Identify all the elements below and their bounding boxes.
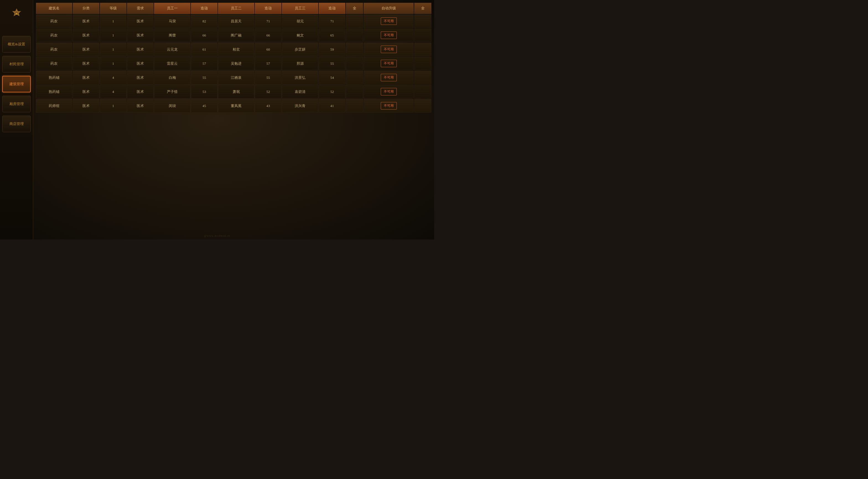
worker1: 严子惜 (154, 85, 190, 98)
auto-upgrade-cell[interactable]: 不可用 (364, 85, 414, 98)
col-header-level: 等级 (100, 3, 126, 14)
sidebar-btn-shop[interactable]: 商店管理 (2, 116, 31, 132)
select-all[interactable] (346, 57, 363, 70)
worker2: 阁广融 (218, 29, 254, 42)
sidebar-btn-overview[interactable]: 概览&设置 (2, 36, 31, 53)
level: 1 (100, 57, 126, 70)
game-logo (8, 5, 25, 22)
auto-upgrade-cell[interactable]: 不可用 (364, 42, 414, 56)
requirement: 医术 (127, 85, 154, 98)
col-header-building: 建筑名 (36, 3, 72, 14)
worker3: 洪兴青 (282, 99, 318, 113)
col-header-requirement: 需求 (127, 3, 154, 14)
building-name: 熟药铺 (36, 85, 72, 98)
auto-upgrade-btn[interactable]: 不可用 (381, 74, 397, 81)
sidebar-nav: 概览&设置村民管理建筑管理厢房管理商店管理 (0, 36, 33, 132)
auto-upgrade-cell[interactable]: 不可用 (364, 29, 414, 42)
worker2: 吴勉进 (218, 57, 254, 70)
auto-upgrade-btn[interactable]: 不可用 (381, 60, 397, 67)
craft2: 66 (255, 29, 281, 42)
full-col[interactable] (414, 57, 431, 70)
auto-upgrade-cell[interactable]: 不可用 (364, 71, 414, 84)
select-all[interactable] (346, 71, 363, 84)
full-col[interactable] (414, 42, 431, 56)
table-header: 建筑名分类等级需求员工一造诣员工二造诣员工三造诣全自动升级全 (36, 3, 431, 14)
level: 1 (100, 42, 126, 56)
select-all[interactable] (346, 99, 363, 113)
auto-upgrade-btn[interactable]: 不可用 (381, 18, 397, 25)
level: 4 (100, 71, 126, 84)
craft3: 59 (319, 42, 345, 56)
auto-upgrade-btn[interactable]: 不可用 (381, 88, 397, 95)
craft2: 60 (255, 42, 281, 56)
building-name: 药农 (36, 57, 72, 70)
col-header-auto_upgrade: 自动升级 (364, 3, 414, 14)
craft1: 82 (191, 14, 217, 28)
worker2: 江栖泉 (218, 71, 254, 84)
requirement: 医术 (127, 57, 154, 70)
level: 1 (100, 99, 126, 113)
building-name: 药农 (36, 42, 72, 56)
category: 医术 (73, 85, 99, 98)
auto-upgrade-btn[interactable]: 不可用 (381, 102, 397, 109)
craft3: 71 (319, 14, 345, 28)
col-header-category: 分类 (73, 3, 99, 14)
auto-upgrade-btn[interactable]: 不可用 (381, 32, 397, 39)
table-row: 药农医术1医术阁蕾66阁广融66鲍文65不可用 (36, 29, 431, 42)
select-all[interactable] (346, 42, 363, 56)
sidebar-btn-buildings[interactable]: 建筑管理 (2, 76, 31, 92)
table-row: 药师馆医术1医术闵琰45董凤冕43洪兴青41不可用 (36, 99, 431, 113)
level: 1 (100, 14, 126, 28)
table-container[interactable]: 建筑名分类等级需求员工一造诣员工二造诣员工三造诣全自动升级全 药农医术1医术马荣… (35, 2, 432, 237)
craft1: 55 (191, 71, 217, 84)
worker1: 白梅 (154, 71, 190, 84)
col-header-craft2: 造诣 (255, 3, 281, 14)
category: 医术 (73, 42, 99, 56)
full-col[interactable] (414, 99, 431, 113)
select-all[interactable] (346, 29, 363, 42)
category: 医术 (73, 14, 99, 28)
craft3: 65 (319, 29, 345, 42)
category: 医术 (73, 57, 99, 70)
col-header-craft1: 造诣 (191, 3, 217, 14)
craft2: 43 (255, 99, 281, 113)
craft1: 66 (191, 29, 217, 42)
table-body: 药农医术1医术马荣82昌居天71胡元71不可用药农医术1医术阁蕾66阁广融66鲍… (36, 14, 431, 113)
col-header-craft3: 造诣 (319, 3, 345, 14)
content-area: 建筑名分类等级需求员工一造诣员工二造诣员工三造诣全自动升级全 药农医术1医术马荣… (33, 0, 434, 240)
auto-upgrade-cell[interactable]: 不可用 (364, 99, 414, 113)
building-name: 药师馆 (36, 99, 72, 113)
full-col[interactable] (414, 85, 431, 98)
sidebar: 概览&设置村民管理建筑管理厢房管理商店管理 (0, 0, 33, 240)
col-header-worker1: 员工一 (154, 3, 190, 14)
auto-upgrade-cell[interactable]: 不可用 (364, 57, 414, 70)
sidebar-btn-villagers[interactable]: 村民管理 (2, 56, 31, 72)
full-col[interactable] (414, 71, 431, 84)
worker3: 步芷妍 (282, 42, 318, 56)
worker2: 昌居天 (218, 14, 254, 28)
worker2: 萧珉 (218, 85, 254, 98)
col-header-worker2: 员工二 (218, 3, 254, 14)
full-col[interactable] (414, 14, 431, 28)
category: 医术 (73, 29, 99, 42)
select-all[interactable] (346, 14, 363, 28)
building-name: 药农 (36, 14, 72, 28)
worker1: 雷星云 (154, 57, 190, 70)
auto-upgrade-btn[interactable]: 不可用 (381, 45, 397, 53)
craft2: 55 (255, 71, 281, 84)
full-col[interactable] (414, 29, 431, 42)
craft3: 55 (319, 57, 345, 70)
craft1: 45 (191, 99, 217, 113)
category: 医术 (73, 71, 99, 84)
worker1: 马荣 (154, 14, 190, 28)
col-header-all2: 全 (414, 3, 431, 14)
craft1: 53 (191, 85, 217, 98)
craft3: 41 (319, 99, 345, 113)
requirement: 医术 (127, 14, 154, 28)
sidebar-btn-rooms[interactable]: 厢房管理 (2, 96, 31, 112)
select-all[interactable] (346, 85, 363, 98)
auto-upgrade-cell[interactable]: 不可用 (364, 14, 414, 28)
requirement: 医术 (127, 71, 154, 84)
craft3: 52 (319, 85, 345, 98)
category: 医术 (73, 99, 99, 113)
